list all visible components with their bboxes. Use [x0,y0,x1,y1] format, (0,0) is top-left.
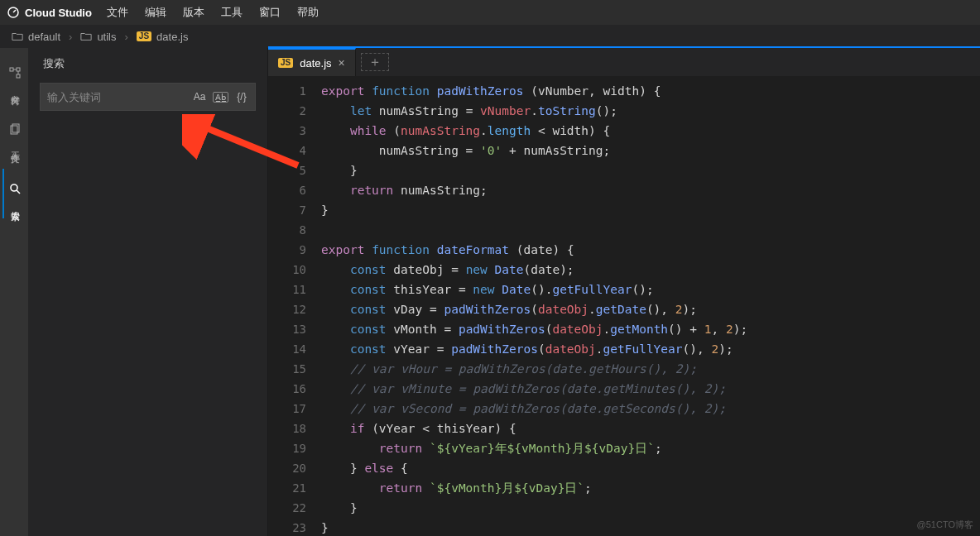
menubar: Cloud Studio 文件编辑版本工具窗口帮助 [0,0,980,25]
svg-rect-2 [17,68,20,71]
app-name: Cloud Studio [25,7,92,19]
line-number: 17 [268,399,306,419]
folder-icon [12,31,23,41]
files-icon [8,123,22,140]
editor: JS date.js × ＋ 1234567891011121314151617… [268,46,980,534]
code-line[interactable]: const vDay = padWithZeros(dateObj.getDat… [321,299,980,319]
chevron-right-icon: › [69,31,72,43]
dashboard-icon [7,5,20,21]
line-number: 21 [268,478,306,498]
line-number: 16 [268,379,306,399]
menu-item-工具[interactable]: 工具 [213,5,251,20]
tab-label: date.js [300,57,331,69]
search-input[interactable] [47,91,186,103]
code-line[interactable]: // var vHour = padWithZeros(date.getHour… [321,359,980,379]
activity-search[interactable]: 搜索 [2,169,26,218]
line-number: 3 [268,121,306,141]
line-number: 13 [268,319,306,339]
activity-bar: 文件树工作文件搜索 [0,48,28,536]
code-line[interactable]: // var vMinute = padWithZeros(date.getMi… [321,379,980,399]
line-number: 5 [268,160,306,180]
code-line[interactable]: if (vYear < thisYear) { [321,419,980,438]
editor-tabs: JS date.js × ＋ [268,48,980,76]
code-line[interactable]: // var vSecond = padWithZeros(date.getSe… [321,399,980,419]
svg-point-6 [11,184,17,191]
line-number: 10 [268,260,306,280]
js-icon: JS [137,31,151,41]
menu-item-帮助[interactable]: 帮助 [289,5,327,20]
line-number: 2 [268,101,306,121]
code-line[interactable]: } [321,498,980,518]
code-line[interactable]: const vYear = padWithZeros(dateObj.getFu… [321,339,980,359]
tab-date-js[interactable]: JS date.js × [268,48,356,76]
activity-label: 工作文件 [9,145,22,148]
search-panel: 搜索 Aa A̲b̲ {/} [28,48,268,536]
code-line[interactable]: while (numAsString.length < width) { [321,121,980,141]
line-number: 15 [268,359,306,379]
line-number: 23 [268,518,306,534]
line-number: 14 [268,339,306,359]
line-number: 11 [268,280,306,299]
code-line[interactable]: export function padWithZeros (vNumber, w… [321,81,980,101]
line-number: 8 [268,220,306,240]
line-number: 7 [268,200,306,220]
search-row: Aa A̲b̲ {/} [40,83,256,111]
breadcrumb-item[interactable]: utils [77,31,119,43]
close-icon[interactable]: × [339,56,345,69]
activity-files[interactable]: 工作文件 [2,111,26,160]
menu-items: 文件编辑版本工具窗口帮助 [98,5,327,20]
menu-item-窗口[interactable]: 窗口 [251,5,289,20]
code-line[interactable]: export function dateFormat (date) { [321,240,980,260]
panel-title: 搜索 [28,48,267,76]
breadcrumb-item[interactable]: JSdate.js [133,31,192,43]
code-line[interactable]: return `${vMonth}月${vDay}日`; [321,478,980,498]
svg-rect-3 [17,74,20,78]
code-line[interactable]: const thisYear = new Date().getFullYear(… [321,280,980,299]
code-line[interactable]: numAsString = '0' + numAsString; [321,141,980,160]
code-line[interactable]: return `${vYear}年${vMonth}月${vDay}日`; [321,438,980,458]
menu-item-编辑[interactable]: 编辑 [137,5,175,20]
chevron-right-icon: › [125,31,128,43]
breadcrumb-item[interactable]: default [8,31,64,43]
line-number: 22 [268,498,306,518]
folder-icon [80,31,92,41]
line-number: 6 [268,180,306,200]
code-line[interactable]: } else { [321,458,980,478]
code-line[interactable] [321,220,980,240]
code-line[interactable]: return numAsString; [321,180,980,200]
activity-tree[interactable]: 文件树 [2,53,26,103]
js-icon: JS [278,58,293,68]
activity-label: 文件树 [9,88,22,90]
line-number: 18 [268,419,306,438]
app-logo: Cloud Studio [7,5,92,21]
menu-item-文件[interactable]: 文件 [98,5,137,20]
line-number: 9 [268,240,306,260]
match-word-toggle[interactable]: A̲b̲ [213,92,228,103]
code-content[interactable]: export function padWithZeros (vNumber, w… [321,76,980,534]
code-line[interactable]: } [321,200,980,220]
match-case-toggle[interactable]: Aa [193,91,206,103]
line-number: 4 [268,141,306,160]
code-area[interactable]: 1234567891011121314151617181920212223 ex… [268,76,980,534]
line-number: 12 [268,299,306,319]
new-tab-button[interactable]: ＋ [361,53,389,71]
activity-label: 搜索 [9,203,22,205]
search-icon [8,182,22,199]
breadcrumb: default›utils›JSdate.js [0,25,980,48]
code-line[interactable]: const dateObj = new Date(date); [321,260,980,280]
code-line[interactable]: } [321,518,980,534]
code-line[interactable]: const vMonth = padWithZeros(dateObj.getM… [321,319,980,339]
code-line[interactable]: } [321,160,980,180]
tree-icon [8,66,22,83]
line-number: 20 [268,458,306,478]
menu-item-版本[interactable]: 版本 [175,5,213,20]
line-number: 19 [268,438,306,458]
regex-toggle[interactable]: {/} [235,91,248,103]
watermark: @51CTO博客 [917,519,973,531]
line-gutter: 1234567891011121314151617181920212223 [268,76,321,534]
code-line[interactable]: let numAsString = vNumber.toString(); [321,101,980,121]
line-number: 1 [268,81,306,101]
svg-rect-1 [10,68,13,71]
